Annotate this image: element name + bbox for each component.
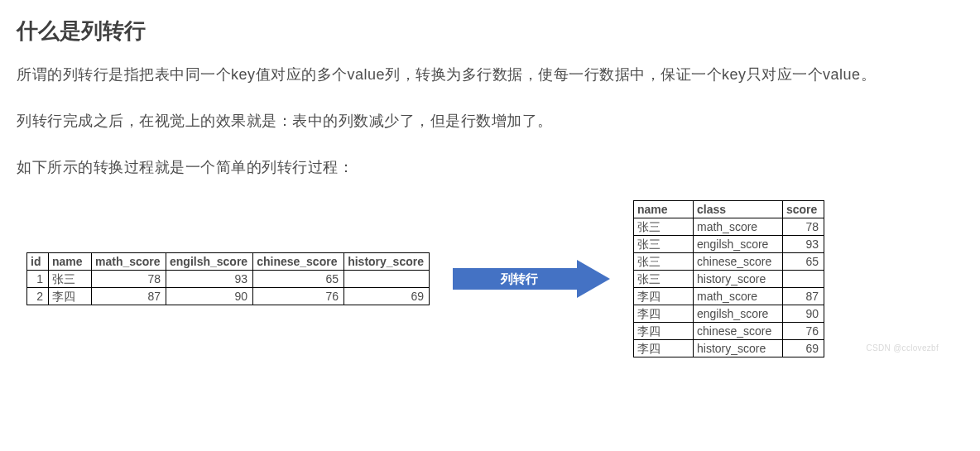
col-eng: engilsh_score	[166, 252, 253, 270]
cell: 93	[782, 235, 824, 252]
col-id: id	[27, 252, 49, 270]
cell: 87	[782, 287, 824, 305]
cell: history_score	[693, 339, 782, 357]
cell: engilsh_score	[693, 305, 782, 322]
cell: 李四	[49, 287, 92, 305]
cell: 李四	[633, 287, 693, 305]
cell: 76	[782, 322, 824, 339]
cell: math_score	[693, 287, 782, 305]
cell: 90	[782, 305, 824, 322]
paragraph-3: 如下所示的转换过程就是一个简单的列转行过程：	[17, 153, 963, 181]
col-name: name	[633, 200, 693, 218]
cell: chinese_score	[693, 322, 782, 339]
cell: 93	[166, 270, 253, 287]
cell: 69	[782, 339, 824, 357]
cell: 87	[92, 287, 166, 305]
arrow-icon: 列转行	[453, 260, 610, 298]
watermark: CSDN @cclovezbf	[867, 343, 939, 353]
col-math: math_score	[92, 252, 166, 270]
cell: 78	[92, 270, 166, 287]
arrow: 列转行	[453, 260, 610, 298]
cell: math_score	[693, 218, 782, 235]
cell: 张三	[633, 270, 693, 287]
col-his: history_score	[344, 252, 430, 270]
cell: 张三	[633, 218, 693, 235]
table-row: 李四 history_score 69	[633, 339, 824, 357]
table-header-row: name class score	[633, 200, 824, 218]
table-row: 张三 math_score 78	[633, 218, 824, 235]
cell: 张三	[633, 252, 693, 270]
cell: 78	[782, 218, 824, 235]
col-name: name	[49, 252, 92, 270]
col-chi: chinese_score	[253, 252, 344, 270]
cell: 65	[782, 252, 824, 270]
table-row: 张三 chinese_score 65	[633, 252, 824, 270]
page-title: 什么是列转行	[17, 17, 963, 46]
source-table: id name math_score engilsh_score chinese…	[26, 252, 430, 305]
result-table: name class score 张三 math_score 78 张三 eng…	[633, 200, 824, 357]
cell: chinese_score	[693, 252, 782, 270]
cell: 90	[166, 287, 253, 305]
paragraph-2: 列转行完成之后，在视觉上的效果就是：表中的列数减少了，但是行数增加了。	[17, 107, 963, 135]
col-score: score	[782, 200, 824, 218]
table-row: 1 张三 78 93 65	[27, 270, 430, 287]
table-row: 张三 history_score	[633, 270, 824, 287]
table-row: 2 李四 87 90 76 69	[27, 287, 430, 305]
cell: 张三	[49, 270, 92, 287]
table-row: 李四 engilsh_score 90	[633, 305, 824, 322]
cell: 76	[253, 287, 344, 305]
cell: 69	[344, 287, 430, 305]
cell: 张三	[633, 235, 693, 252]
arrow-label: 列转行	[499, 271, 537, 285]
cell: history_score	[693, 270, 782, 287]
diagram: id name math_score engilsh_score chinese…	[17, 200, 963, 357]
cell: engilsh_score	[693, 235, 782, 252]
cell: 1	[27, 270, 49, 287]
cell: 2	[27, 287, 49, 305]
cell: 李四	[633, 339, 693, 357]
cell: 李四	[633, 322, 693, 339]
paragraph-1: 所谓的列转行是指把表中同一个key值对应的多个value列，转换为多行数据，使每…	[17, 60, 963, 89]
cell: 李四	[633, 305, 693, 322]
col-class: class	[693, 200, 782, 218]
table-row: 张三 engilsh_score 93	[633, 235, 824, 252]
cell	[782, 270, 824, 287]
table-row: 李四 chinese_score 76	[633, 322, 824, 339]
cell: 65	[253, 270, 344, 287]
table-header-row: id name math_score engilsh_score chinese…	[27, 252, 430, 270]
table-row: 李四 math_score 87	[633, 287, 824, 305]
cell	[344, 270, 430, 287]
